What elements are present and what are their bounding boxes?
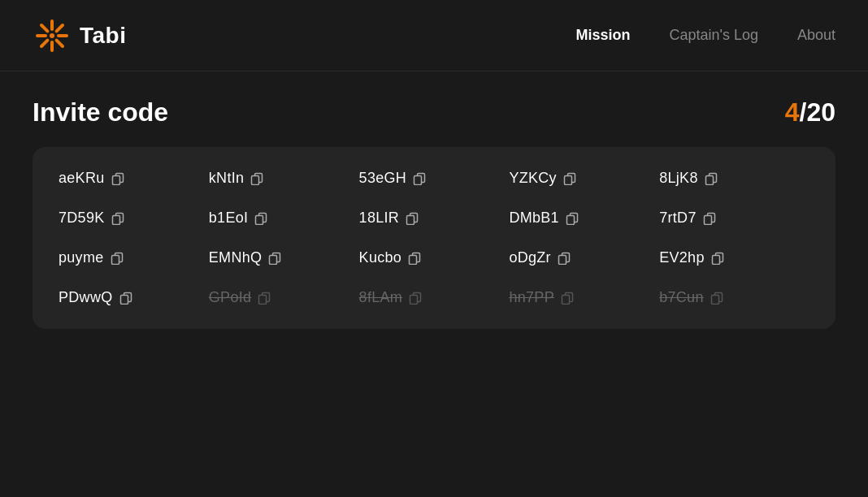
invite-code-text: 7D59K <box>59 210 105 227</box>
logo-text: Tabi <box>80 23 126 49</box>
invite-item[interactable]: Kucbo <box>359 249 510 266</box>
invite-code-text: 8LjK8 <box>659 170 698 187</box>
invite-code-text: b1EoI <box>209 210 249 227</box>
copy-icon[interactable] <box>111 172 124 185</box>
copy-icon[interactable] <box>558 252 571 265</box>
svg-rect-34 <box>410 255 417 264</box>
count-total: 20 <box>806 97 835 127</box>
invite-item[interactable]: 53eGH <box>359 170 510 187</box>
nav-captains-log[interactable]: Captain's Log <box>669 27 758 44</box>
copy-icon[interactable] <box>561 292 574 305</box>
copy-icon[interactable] <box>703 212 716 225</box>
copy-icon[interactable] <box>563 172 576 185</box>
nav-about[interactable]: About <box>797 27 835 44</box>
svg-rect-16 <box>564 175 571 184</box>
nav-links: Mission Captain's Log About <box>575 27 835 44</box>
invite-item[interactable]: EV2hp <box>659 249 809 266</box>
invite-item[interactable]: DMbB1 <box>509 210 659 227</box>
svg-line-6 <box>57 40 63 45</box>
svg-rect-42 <box>259 295 267 304</box>
invite-code-text: PDwwQ <box>59 289 113 306</box>
invite-item[interactable]: 7rtD7 <box>659 210 809 227</box>
invite-item[interactable]: GPoId <box>209 289 359 306</box>
invite-item[interactable]: 7D59K <box>59 210 209 227</box>
invite-code-text: hn7PP <box>509 289 554 306</box>
svg-rect-46 <box>562 295 569 304</box>
copy-icon[interactable] <box>705 172 718 185</box>
invite-item[interactable]: puyme <box>59 249 209 266</box>
copy-icon[interactable] <box>254 212 267 225</box>
copy-icon[interactable] <box>566 212 579 225</box>
nav-mission[interactable]: Mission <box>575 27 630 44</box>
invite-item[interactable]: aeKRu <box>59 170 209 187</box>
invite-item[interactable]: hn7PP <box>509 289 659 306</box>
copy-icon[interactable] <box>258 292 271 305</box>
count-current: 4 <box>785 97 800 127</box>
copy-icon[interactable] <box>711 252 724 265</box>
invite-item[interactable]: 8fLAm <box>359 289 510 306</box>
invite-code-text: 8fLAm <box>359 289 403 306</box>
copy-icon[interactable] <box>408 252 421 265</box>
invite-code-text: 7rtD7 <box>659 210 697 227</box>
svg-rect-48 <box>711 295 718 304</box>
svg-rect-44 <box>410 295 418 304</box>
section-header: Invite code 4/20 <box>33 97 835 127</box>
invite-code-text: Kucbo <box>359 249 402 266</box>
copy-icon[interactable] <box>268 252 281 265</box>
invite-code-text: DMbB1 <box>509 210 559 227</box>
invite-item[interactable]: EMNhQ <box>209 249 359 266</box>
invite-item[interactable]: kNtIn <box>209 170 359 187</box>
invite-code-text: EMNhQ <box>209 249 263 266</box>
invite-item[interactable]: 18LIR <box>359 210 510 227</box>
invite-code-text: YZKCy <box>509 170 557 187</box>
svg-line-5 <box>41 25 47 31</box>
copy-icon[interactable] <box>406 212 419 225</box>
copy-icon[interactable] <box>710 292 723 305</box>
svg-rect-32 <box>270 255 277 264</box>
svg-rect-22 <box>256 215 263 224</box>
copy-icon[interactable] <box>409 292 422 305</box>
invite-code-text: aeKRu <box>59 170 105 187</box>
svg-line-7 <box>57 25 63 31</box>
svg-rect-38 <box>712 255 719 264</box>
invite-grid: aeKRu kNtIn 53eGH YZKCy 8LjK8 7D59K b1Eo… <box>59 170 809 306</box>
invite-code-text: 18LIR <box>359 210 400 227</box>
invite-item[interactable]: b1EoI <box>209 210 359 227</box>
copy-icon[interactable] <box>119 292 132 305</box>
section-title: Invite code <box>33 97 168 127</box>
svg-rect-30 <box>111 255 119 264</box>
svg-rect-14 <box>414 175 422 184</box>
copy-icon[interactable] <box>250 172 263 185</box>
invite-code-text: kNtIn <box>209 170 245 187</box>
svg-line-8 <box>41 40 47 45</box>
svg-rect-12 <box>252 175 259 184</box>
invite-code-text: oDgZr <box>509 249 551 266</box>
invite-code-text: b7Cun <box>659 289 704 306</box>
invite-code-text: GPoId <box>209 289 252 306</box>
svg-rect-18 <box>705 175 713 184</box>
navbar: Tabi Mission Captain's Log About <box>0 0 868 71</box>
invite-item[interactable]: YZKCy <box>509 170 659 187</box>
svg-rect-28 <box>704 215 711 224</box>
logo-area: Tabi <box>33 16 126 55</box>
invite-code-text: EV2hp <box>659 249 705 266</box>
count-display: 4/20 <box>785 97 835 127</box>
invite-code-text: puyme <box>59 249 104 266</box>
tabi-logo-icon <box>33 16 72 55</box>
invite-item[interactable]: oDgZr <box>509 249 659 266</box>
invite-item[interactable]: b7Cun <box>659 289 809 306</box>
svg-rect-24 <box>407 215 414 224</box>
svg-rect-26 <box>566 215 574 224</box>
svg-rect-40 <box>120 295 128 304</box>
svg-rect-10 <box>112 175 119 184</box>
svg-rect-36 <box>558 255 566 264</box>
main-content: Invite code 4/20 aeKRu kNtIn 53eGH YZKCy… <box>0 71 868 355</box>
invite-grid-container: aeKRu kNtIn 53eGH YZKCy 8LjK8 7D59K b1Eo… <box>33 147 835 329</box>
invite-item[interactable]: 8LjK8 <box>659 170 809 187</box>
invite-code-text: 53eGH <box>359 170 407 187</box>
copy-icon[interactable] <box>111 252 124 265</box>
invite-item[interactable]: PDwwQ <box>59 289 209 306</box>
copy-icon[interactable] <box>111 212 124 225</box>
svg-rect-20 <box>112 215 119 224</box>
copy-icon[interactable] <box>413 172 426 185</box>
